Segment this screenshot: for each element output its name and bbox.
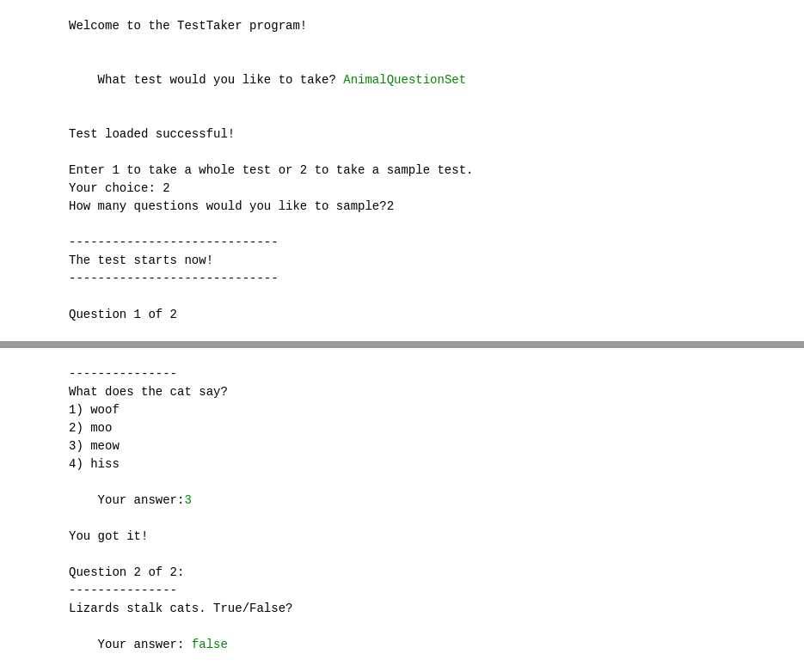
line-opt2: 2) moo (69, 419, 735, 437)
line-blank1 (69, 35, 735, 53)
animalquestionset-link: AnimalQuestionSet (343, 73, 466, 87)
line-welcome: Welcome to the TestTaker program! (69, 17, 735, 35)
line-catquestion: What does the cat say? (69, 383, 735, 401)
line-blank6 (69, 546, 735, 564)
line-blank2 (69, 107, 735, 125)
line-answer1: Your answer:3 (69, 473, 735, 528)
answer1-value: 3 (184, 493, 191, 507)
line-dash3: --------------- (69, 365, 735, 383)
pane-divider (0, 341, 804, 348)
line-opt4: 4) hiss (69, 455, 735, 473)
line-blank3 (69, 144, 735, 162)
line-answer2: Your answer: false (69, 618, 735, 672)
bottom-pane: --------------- What does the cat say? 1… (0, 348, 804, 672)
line-enter: Enter 1 to take a whole test or 2 to tak… (69, 162, 735, 180)
line-choice: Your choice: 2 (69, 180, 735, 198)
line-q2: Question 2 of 2: (69, 564, 735, 582)
line-starts: The test starts now! (69, 252, 735, 270)
line-dash1: ----------------------------- (69, 234, 735, 252)
line-q1: Question 1 of 2 (69, 306, 735, 324)
line-dash2: ----------------------------- (69, 270, 735, 288)
line-blank5 (69, 288, 735, 306)
line-opt3: 3) meow (69, 437, 735, 455)
line-loaded: Test loaded successful! (69, 125, 735, 144)
line-howmany: How many questions would you like to sam… (69, 198, 735, 216)
line-gotit1: You got it! (69, 528, 735, 546)
line-dash4: --------------- (69, 582, 735, 600)
line-opt1: 1) woof (69, 401, 735, 419)
line-lizard: Lizards stalk cats. True/False? (69, 600, 735, 618)
answer1-prefix: Your answer: (98, 493, 185, 507)
line-whattest: What test would you like to take? Animal… (69, 53, 735, 107)
whattest-prefix: What test would you like to take? (98, 73, 344, 87)
answer2-prefix: Your answer: (98, 638, 192, 651)
line-blank4 (69, 216, 735, 234)
top-pane: Welcome to the TestTaker program! What t… (0, 0, 804, 341)
answer2-value: false (192, 638, 228, 651)
